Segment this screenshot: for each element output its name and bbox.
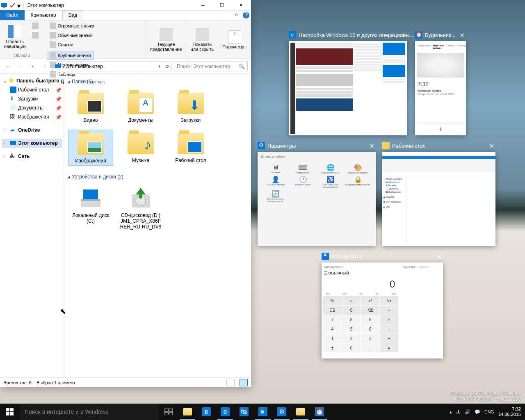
drive-icon <box>76 186 105 211</box>
nav-documents[interactable]: 📄Документы📌 <box>2 103 62 112</box>
ribbon-collapse-icon[interactable]: ^ <box>231 13 241 20</box>
layout-large[interactable]: Крупные значки <box>47 51 94 60</box>
folder-downloads[interactable]: ⬇Загрузки <box>168 89 213 125</box>
search-icon: 🔍 <box>239 64 245 69</box>
taskbar-explorer[interactable] <box>178 404 197 420</box>
folder-pictures[interactable]: Изображения <box>68 130 113 166</box>
svg-rect-16 <box>169 412 173 415</box>
close-icon[interactable]: ✕ <box>436 253 443 261</box>
folder-video[interactable]: Видео <box>68 89 113 125</box>
preview-pane-button[interactable] <box>29 21 41 30</box>
nav-quick-access[interactable]: ⌄⭐Панель быстрого дс <box>2 76 62 85</box>
nav-desktop[interactable]: Рабочий стол📌 <box>2 85 62 94</box>
taskbar-edge2[interactable]: e <box>216 404 235 420</box>
taskview-settings[interactable]: ⚙Параметры ✕ ⚙ НАСТРОЙКИ 🖥Система ⌨Устро… <box>258 152 376 246</box>
tray-more-icon[interactable]: ▴ <box>450 409 452 415</box>
recent-button[interactable]: ▼ <box>28 62 38 71</box>
network-icon[interactable]: 🖧 <box>456 409 461 414</box>
language-indicator[interactable]: ENG <box>484 409 494 414</box>
tab-computer[interactable]: Компьютер <box>25 10 62 20</box>
folder-icon <box>78 93 104 114</box>
taskbar-edge[interactable]: e <box>197 404 216 420</box>
taskbar-store[interactable]: 🛍 <box>235 404 253 420</box>
drive-d[interactable]: CD-дисковод (D:) JM1_CPRA_X86FRER_RU-RU_… <box>118 185 163 231</box>
taskview-calculator[interactable]: 🖩Калькулятор ✕ Калькулятор ☰ ОБЫЧНЫЙ 0 M… <box>322 262 443 358</box>
nav-pictures[interactable]: 🖼Изображения📌 <box>2 112 62 121</box>
current-view-icon <box>160 28 173 41</box>
nav-downloads[interactable]: ⬇Загрузки📌 <box>2 94 62 103</box>
calc-key: . <box>361 343 379 352</box>
window-title: Этот компьютер <box>25 2 194 8</box>
view-details-button[interactable] <box>226 379 235 386</box>
calc-key: 3 <box>361 334 379 343</box>
taskview-browser[interactable]: eНастройка Windows 10 и других операцион… <box>289 41 407 135</box>
start-button[interactable] <box>0 404 20 420</box>
taskbar-calc[interactable]: 🖩 <box>253 404 272 420</box>
svg-rect-5 <box>81 199 100 201</box>
folder-icon <box>178 133 204 154</box>
help-icon[interactable]: ? <box>243 12 249 18</box>
forward-button[interactable]: → <box>16 62 25 71</box>
ribbon-tabs: Файл Компьютер Вид ^ ? <box>0 11 251 21</box>
explorer-window: ▾ | Этот компьютер ─ ☐ ✕ Файл Компьютер … <box>0 0 251 387</box>
calc-key: ⌫ <box>361 306 379 315</box>
tab-file[interactable]: Файл <box>0 10 25 20</box>
up-button[interactable]: ↑ <box>40 62 50 71</box>
calc-key: 7 <box>323 315 342 324</box>
taskview-desktop-explorer[interactable]: Рабочий стол ✕ ⭐ Панель быстрого■ Рабочи… <box>382 152 495 246</box>
nav-network[interactable]: ›🖧Сеть <box>2 152 62 161</box>
folder-desktop[interactable]: Рабочий стол <box>168 130 213 166</box>
svg-rect-6 <box>83 189 98 199</box>
calc-key: ± <box>323 343 342 352</box>
maximize-button[interactable]: ☐ <box>212 0 231 11</box>
title-bar[interactable]: ▾ | Этот компьютер ─ ☐ ✕ <box>0 0 251 11</box>
options-button[interactable]: ✓Параметры <box>221 21 248 58</box>
qat-icon[interactable] <box>9 2 16 9</box>
svg-rect-3 <box>10 141 16 145</box>
taskbar-search[interactable]: Поиск в интернете и в Windows <box>20 404 159 420</box>
close-icon[interactable]: ✕ <box>399 32 407 39</box>
address-input[interactable]: › Этот компьютер ▼ ⟳ <box>52 62 171 71</box>
view-icons-button[interactable] <box>240 379 248 386</box>
taskbar-explorer2[interactable] <box>291 404 310 420</box>
section-folders[interactable]: ◢Папки (6) <box>66 77 249 86</box>
folder-music[interactable]: ♪Музыка <box>118 130 163 166</box>
nav-onedrive[interactable]: ›☁OneDrive <box>2 126 62 135</box>
minimize-button[interactable]: ─ <box>194 0 212 11</box>
svg-rect-12 <box>10 412 14 415</box>
taskbar-settings[interactable]: ⚙ <box>272 404 291 420</box>
calc-key: 4 <box>323 324 342 333</box>
layout-list[interactable]: Список <box>47 40 97 49</box>
close-icon[interactable]: ✕ <box>368 143 376 150</box>
taskbar-alarms[interactable]: ⏰ <box>310 404 329 420</box>
current-view-button[interactable]: Текущее представление <box>148 21 183 58</box>
tab-view[interactable]: Вид <box>62 10 84 20</box>
dropdown-icon[interactable]: ▼ <box>158 64 161 68</box>
taskview-alarms[interactable]: ⏰Будильник... ✕ БудильникМировое времяТа… <box>415 41 466 135</box>
volume-icon[interactable]: 🔊 <box>465 409 470 415</box>
show-hide-button[interactable]: Показать или скрыть <box>189 21 215 58</box>
section-drives[interactable]: ◢Устройства и диски (2) <box>66 172 249 181</box>
layout-huge[interactable]: Огромные значки <box>47 21 97 30</box>
nav-thispc[interactable]: ›Этот компьютер <box>2 139 62 148</box>
tray-clock[interactable]: 7:32 14.06.2015 <box>498 406 521 417</box>
drive-c[interactable]: Локальный диск (C:) <box>68 185 113 231</box>
folder-icon <box>183 408 192 415</box>
search-input[interactable]: Поиск: Этот компьютер 🔍 <box>174 62 248 71</box>
notifications-icon[interactable]: 💬 <box>475 409 480 415</box>
gear-icon: ⚙ <box>258 142 265 149</box>
qat-dropdown-icon[interactable]: ▾ <box>17 2 21 9</box>
nav-pane-button[interactable]: Область навигации <box>2 21 27 52</box>
close-icon[interactable]: ✕ <box>488 143 495 150</box>
folder-documents[interactable]: AДокументы <box>118 89 163 125</box>
close-button[interactable]: ✕ <box>231 0 250 11</box>
status-selected: Выбран 1 элемент <box>37 380 75 385</box>
taskbar: Поиск в интернете и в Windows e e 🛍 🖩 ⚙ … <box>0 404 525 420</box>
refresh-icon[interactable]: ⟳ <box>163 64 169 69</box>
layout-normal[interactable]: Обычные значки <box>47 31 97 40</box>
close-icon[interactable]: ✕ <box>459 32 466 39</box>
clock-icon: ⏰ <box>415 31 422 39</box>
taskview-button[interactable] <box>159 404 178 420</box>
details-pane-button[interactable] <box>29 31 41 40</box>
back-button[interactable]: ← <box>3 62 13 71</box>
